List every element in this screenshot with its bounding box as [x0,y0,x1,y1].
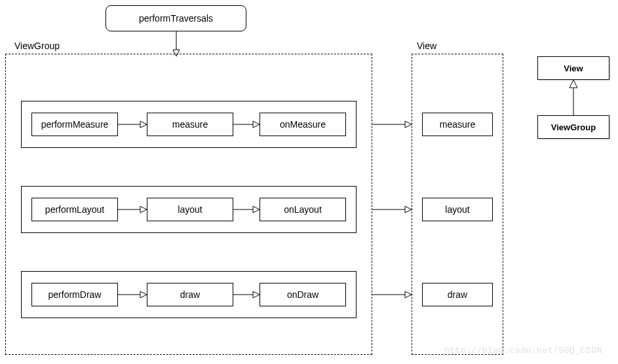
view-layout-box: layout [422,198,493,221]
layout-label: layout [178,204,202,215]
perform-draw-box: performDraw [31,283,118,306]
perform-layout-label: performLayout [45,204,104,215]
svg-marker-19 [405,291,412,298]
svg-marker-20 [570,80,577,88]
view-layout-label: layout [445,204,469,215]
class-viewgroup-label: ViewGroup [551,122,596,132]
view-draw-label: draw [448,289,467,300]
arrow-r2-c [372,206,412,213]
draw-box: draw [147,283,233,306]
on-layout-label: onLayout [284,204,322,215]
perform-layout-box: performLayout [31,198,118,221]
perform-measure-box: performMeasure [31,113,118,136]
perform-measure-label: performMeasure [41,119,109,130]
measure-label: measure [172,119,208,130]
arrow-r1-a [118,120,147,128]
svg-marker-7 [405,121,412,128]
svg-marker-5 [253,121,260,128]
watermark-text: http://blog.csdn.net/SGQ_CSDN [444,346,602,355]
measure-box: measure [147,113,233,136]
arrow-r2-b [233,206,260,213]
on-measure-box: onMeasure [260,113,346,136]
on-layout-box: onLayout [260,198,346,221]
arrow-r2-a [118,206,147,213]
class-viewgroup-box: ViewGroup [537,115,609,139]
on-draw-box: onDraw [260,283,346,306]
svg-marker-11 [253,206,260,213]
view-label-title: View [417,41,436,51]
draw-label: draw [180,289,200,300]
on-measure-label: onMeasure [280,119,326,130]
svg-marker-9 [140,206,147,213]
class-view-box: View [537,56,609,80]
class-view-label: View [564,64,583,73]
perform-draw-label: performDraw [48,289,102,300]
svg-marker-15 [140,291,147,298]
view-draw-box: draw [422,283,493,306]
arrow-r1-b [233,120,260,128]
on-draw-label: onDraw [287,289,319,300]
perform-traversals-label: performTraversals [139,13,213,24]
arrow-r3-a [118,291,147,299]
svg-marker-13 [405,206,412,213]
arrow-r1-c [372,120,412,128]
svg-marker-3 [140,121,147,128]
arrow-r3-c [372,291,412,299]
viewgroup-label: ViewGroup [14,41,60,51]
inheritance-arrow [570,80,577,115]
perform-traversals-box: performTraversals [106,5,246,31]
svg-marker-17 [253,291,260,298]
arrow-r3-b [233,291,260,299]
view-measure-label: measure [440,119,475,130]
layout-box: layout [147,198,233,221]
view-measure-box: measure [422,113,493,136]
